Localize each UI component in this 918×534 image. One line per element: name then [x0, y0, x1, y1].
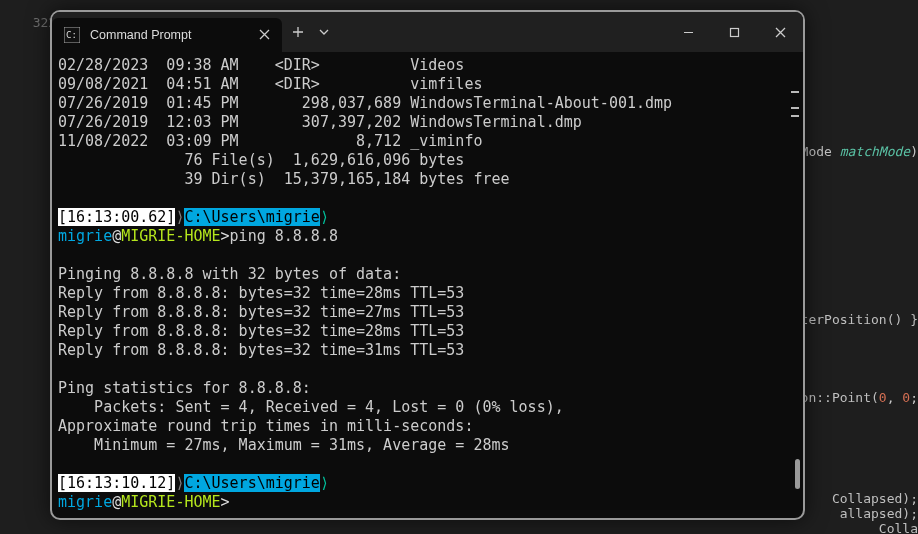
dir-line: 07/26/2019 12:03 PM 307,397,202 WindowsT…	[58, 113, 582, 131]
tab-close-button[interactable]	[259, 27, 270, 43]
prompt-host: MIGRIE-HOME	[121, 227, 220, 245]
prompt-time: [16:13:10.12]	[58, 474, 175, 492]
prompt-path: C:\Users\migrie	[184, 474, 319, 492]
titlebar[interactable]: C: Command Prompt	[52, 12, 803, 52]
terminal-output[interactable]: 02/28/2023 09:38 AM <DIR> Videos 09/08/2…	[52, 52, 803, 518]
at-sign: @	[112, 227, 121, 245]
new-tab-button[interactable]	[282, 12, 314, 52]
dir-line: 76 File(s) 1,629,616,096 bytes	[58, 151, 464, 169]
close-button[interactable]	[757, 12, 803, 52]
ping-line: Pinging 8.8.8.8 with 32 bytes of data:	[58, 265, 401, 283]
ping-line: Reply from 8.8.8.8: bytes=32 time=28ms T…	[58, 284, 464, 302]
titlebar-drag-area[interactable]	[334, 12, 665, 52]
svg-text:C:: C:	[66, 30, 77, 40]
svg-rect-2	[730, 28, 738, 36]
ping-line: Reply from 8.8.8.8: bytes=32 time=31ms T…	[58, 341, 464, 359]
dir-line: 09/08/2021 04:51 AM <DIR> vimfiles	[58, 75, 482, 93]
dir-line: 11/08/2022 03:09 PM 8,712 _viminfo	[58, 132, 482, 150]
terminal-window: C: Command Prompt	[50, 10, 805, 520]
at-sign: @	[112, 493, 121, 511]
tab-dropdown-button[interactable]	[314, 12, 334, 52]
tab-title: Command Prompt	[90, 28, 191, 42]
ping-stats-line: Approximate round trip times in milli-se…	[58, 417, 473, 435]
prompt-gt: >	[221, 227, 230, 245]
ping-line: Reply from 8.8.8.8: bytes=32 time=28ms T…	[58, 322, 464, 340]
ping-stats-line: Minimum = 27ms, Maximum = 31ms, Average …	[58, 436, 510, 454]
minimize-button[interactable]	[665, 12, 711, 52]
ping-stats-line: Ping statistics for 8.8.8.8:	[58, 379, 311, 397]
maximize-button[interactable]	[711, 12, 757, 52]
dir-line: 39 Dir(s) 15,379,165,184 bytes free	[58, 170, 510, 188]
prompt-time: [16:13:00.62]	[58, 208, 175, 226]
prompt-user: migrie	[58, 227, 112, 245]
prompt-path: C:\Users\migrie	[184, 208, 319, 226]
typed-command: ping 8.8.8.8	[230, 227, 338, 245]
prompt-close: ⟩	[320, 474, 329, 492]
cmd-icon: C:	[64, 27, 80, 43]
prompt-close: ⟩	[320, 208, 329, 226]
ping-line: Reply from 8.8.8.8: bytes=32 time=27ms T…	[58, 303, 464, 321]
prompt-gt: >	[221, 493, 230, 511]
prompt-host: MIGRIE-HOME	[121, 493, 220, 511]
prompt-user: migrie	[58, 493, 112, 511]
dir-line: 02/28/2023 09:38 AM <DIR> Videos	[58, 56, 464, 74]
ping-stats-line: Packets: Sent = 4, Received = 4, Lost = …	[58, 398, 564, 416]
tab-command-prompt[interactable]: C: Command Prompt	[52, 18, 282, 52]
dir-line: 07/26/2019 01:45 PM 298,037,689 WindowsT…	[58, 94, 672, 112]
